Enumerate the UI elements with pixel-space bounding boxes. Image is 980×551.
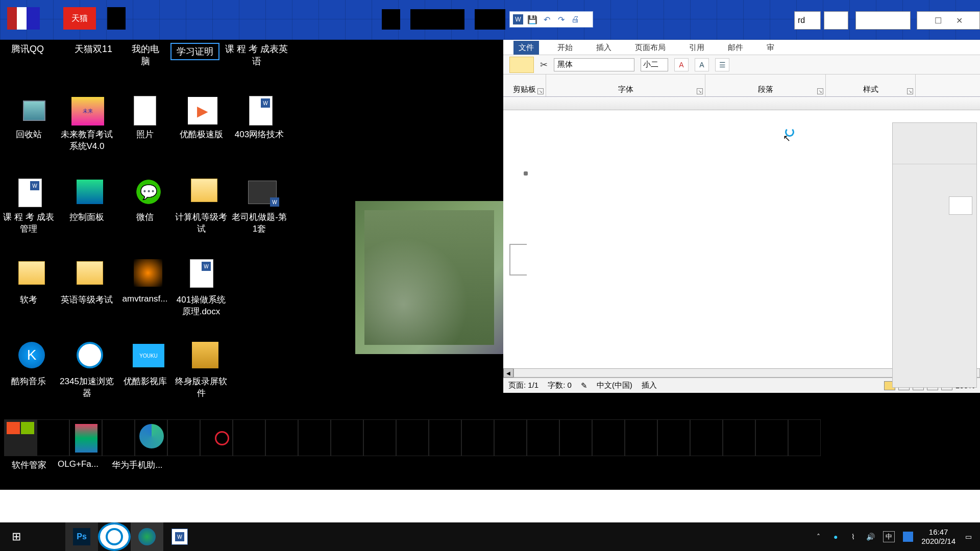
- ncre-folder-icon[interactable]: [191, 179, 217, 202]
- dialog-launcher-icon[interactable]: ↘: [907, 88, 913, 94]
- dialog-launcher-icon[interactable]: ↘: [537, 88, 544, 94]
- font-name-select[interactable]: [554, 58, 634, 71]
- film-blank[interactable]: [592, 419, 625, 456]
- screen-rec-icon[interactable]: [192, 342, 218, 368]
- right-panel-box[interactable]: [949, 196, 972, 215]
- desktop-icon-course-score-eng[interactable]: 课 程 考 成表英语: [224, 43, 290, 67]
- font-box-icon[interactable]: A: [695, 58, 709, 71]
- taskbar-globe-app[interactable]: [131, 522, 163, 551]
- tray-chevron-up-icon[interactable]: ˄: [814, 532, 823, 541]
- kugou-icon[interactable]: K: [18, 342, 45, 368]
- dialog-launcher-icon[interactable]: ↘: [697, 88, 703, 94]
- word-icon[interactable]: W: [513, 14, 523, 24]
- film-blank[interactable]: [527, 419, 559, 456]
- film-blank[interactable]: [690, 419, 723, 456]
- film-blank[interactable]: [788, 419, 821, 456]
- film-blank[interactable]: [331, 419, 363, 456]
- task-view-icon[interactable]: [33, 522, 65, 551]
- tab-references[interactable]: 引用: [684, 41, 709, 55]
- wifi-icon[interactable]: ⌇: [848, 532, 857, 541]
- ime-indicator[interactable]: 中: [883, 531, 895, 542]
- huawei-assist-icon[interactable]: [135, 419, 167, 456]
- w403-icon[interactable]: W: [249, 96, 273, 126]
- print-icon[interactable]: 🖨: [570, 14, 580, 24]
- volume-icon[interactable]: 🔊: [866, 532, 875, 541]
- film-blank[interactable]: [396, 419, 429, 456]
- status-page[interactable]: 页面: 1/1: [508, 381, 538, 390]
- software-manager-icon[interactable]: [4, 419, 37, 456]
- film-blank[interactable]: [723, 419, 755, 456]
- future-edu-icon[interactable]: 未来: [71, 97, 104, 126]
- recorder-icon[interactable]: [200, 419, 233, 456]
- recycle-bin-icon[interactable]: [19, 98, 49, 123]
- maximize-icon[interactable]: ☐: [935, 16, 942, 26]
- tray-user-icon[interactable]: [903, 532, 913, 542]
- font-size-select[interactable]: [641, 58, 668, 71]
- flag-icon[interactable]: [7, 7, 40, 30]
- film-blank[interactable]: [625, 419, 657, 456]
- list-icon[interactable]: ☰: [715, 58, 729, 71]
- tab-file[interactable]: 文件: [513, 41, 539, 55]
- tab-mailings[interactable]: 邮件: [723, 41, 748, 55]
- desktop-icon-qq[interactable]: 腾讯QQ: [7, 43, 48, 55]
- film-blank[interactable]: [461, 419, 494, 456]
- wechat-icon[interactable]: 💬: [134, 179, 163, 205]
- course-mgmt-icon[interactable]: W: [18, 179, 42, 207]
- ruankao-icon[interactable]: [18, 261, 45, 285]
- desktop-icon-mypc[interactable]: 我的电脑: [128, 43, 163, 67]
- action-center-icon[interactable]: ▭: [964, 532, 973, 541]
- taskbar-photoshop[interactable]: Ps: [65, 522, 98, 551]
- driver-quiz-icon[interactable]: W: [248, 181, 277, 204]
- taskbar-edge[interactable]: [98, 522, 131, 551]
- film-blank[interactable]: [233, 419, 265, 456]
- amvtransf-icon[interactable]: [134, 259, 162, 287]
- control-panel-icon[interactable]: [77, 180, 103, 204]
- youku-lib-icon[interactable]: YOUKU: [133, 344, 164, 367]
- paste-button[interactable]: [509, 57, 534, 73]
- photo-label: 照片: [116, 129, 174, 140]
- film-blank-1[interactable]: [37, 419, 69, 456]
- video-thumbnail[interactable]: [355, 201, 503, 354]
- redo-icon[interactable]: ↷: [556, 14, 566, 24]
- tmall-icon[interactable]: 天猫: [63, 7, 96, 30]
- tray-sync-icon[interactable]: ●: [831, 532, 840, 541]
- film-blank[interactable]: [298, 419, 331, 456]
- youku-fast-icon[interactable]: ▶: [188, 97, 217, 124]
- film-blank-2[interactable]: [102, 419, 135, 456]
- film-blank[interactable]: [494, 419, 527, 456]
- save-icon[interactable]: 💾: [527, 14, 537, 24]
- taskbar-word[interactable]: W: [163, 522, 196, 551]
- film-blank[interactable]: [363, 419, 396, 456]
- dialog-launcher-icon[interactable]: ↘: [817, 88, 823, 94]
- taskbar-clock[interactable]: 16:47 2020/2/14: [921, 528, 955, 546]
- tab-insert[interactable]: 插入: [591, 41, 617, 55]
- film-blank[interactable]: [265, 419, 298, 456]
- status-language[interactable]: 中文(中国): [597, 381, 632, 390]
- olg-fa-icon[interactable]: [69, 419, 102, 456]
- film-blank[interactable]: [755, 419, 788, 456]
- desktop-icon-tmall11[interactable]: 天猫双11: [66, 43, 120, 55]
- film-blank[interactable]: [559, 419, 592, 456]
- ruler[interactable]: [503, 97, 980, 110]
- close-icon[interactable]: ✕: [956, 16, 963, 26]
- film-label-3: 华为手机助...: [110, 459, 164, 471]
- tab-home[interactable]: 开始: [552, 41, 578, 55]
- film-blank[interactable]: [429, 419, 461, 456]
- start-button[interactable]: ⊞: [0, 522, 33, 551]
- photo-icon[interactable]: [134, 96, 156, 126]
- film-blank[interactable]: [657, 419, 690, 456]
- undo-icon[interactable]: ↶: [542, 14, 552, 24]
- clear-format-icon[interactable]: A: [674, 58, 689, 71]
- scroll-left-icon[interactable]: ◀: [503, 368, 513, 378]
- cut-icon[interactable]: ✂: [540, 59, 548, 70]
- eng-exam-icon[interactable]: [77, 261, 103, 285]
- tab-pagelayout[interactable]: 页面布局: [630, 41, 671, 55]
- tab-review[interactable]: 审: [762, 41, 779, 55]
- film-blank-3[interactable]: [167, 419, 200, 456]
- status-mode[interactable]: 插入: [642, 381, 657, 390]
- desktop-icon-study-cert[interactable]: 学习证明: [170, 43, 219, 60]
- spellcheck-icon[interactable]: ✎: [581, 381, 587, 390]
- status-wordcount[interactable]: 字数: 0: [548, 381, 572, 390]
- 2345-browser-icon[interactable]: [77, 342, 103, 368]
- w401-icon[interactable]: W: [190, 259, 213, 288]
